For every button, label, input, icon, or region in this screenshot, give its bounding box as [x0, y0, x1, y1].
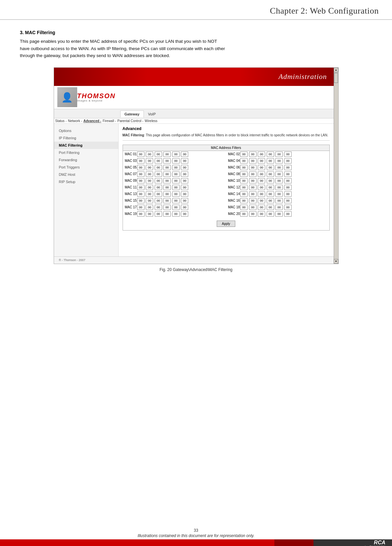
mac-octet-input[interactable]	[181, 211, 188, 217]
mac-octet-input[interactable]	[267, 198, 274, 203]
mac-octet-input[interactable]	[181, 185, 188, 190]
mac-octet-input[interactable]	[137, 205, 144, 210]
mac-octet-input[interactable]	[275, 158, 283, 164]
mac-octet-input[interactable]	[284, 171, 292, 177]
mac-octet-input[interactable]	[155, 211, 162, 217]
mac-octet-input[interactable]	[163, 205, 171, 210]
nav-tab-voip[interactable]: VoIP	[144, 110, 160, 117]
scroll-up-arrow[interactable]: ▲	[334, 68, 338, 72]
mac-octet-input[interactable]	[163, 152, 171, 157]
mac-octet-input[interactable]	[249, 152, 256, 157]
mac-octet-input[interactable]	[284, 198, 292, 203]
mac-octet-input[interactable]	[181, 171, 188, 177]
mac-octet-input[interactable]	[249, 211, 256, 217]
apply-button[interactable]: Apply	[217, 221, 235, 227]
mac-octet-input[interactable]	[137, 158, 144, 164]
mac-octet-input[interactable]	[267, 158, 274, 164]
mac-octet-input[interactable]	[267, 205, 274, 210]
mac-octet-input[interactable]	[240, 198, 248, 203]
mac-octet-input[interactable]	[275, 211, 283, 217]
mac-octet-input[interactable]	[267, 191, 274, 197]
nav-tab-gateway[interactable]: Gateway	[120, 110, 144, 117]
mac-octet-input[interactable]	[275, 205, 283, 210]
mac-octet-input[interactable]	[146, 185, 153, 190]
sub-nav-firewall[interactable]: Firewall -	[103, 119, 116, 123]
sub-nav-wireless[interactable]: Wireless	[145, 119, 157, 123]
mac-octet-input[interactable]	[137, 152, 144, 157]
mac-octet-input[interactable]	[181, 165, 188, 170]
sidebar-item-options[interactable]: Options	[54, 127, 118, 134]
mac-octet-input[interactable]	[249, 158, 256, 164]
mac-octet-input[interactable]	[258, 191, 265, 197]
mac-octet-input[interactable]	[258, 198, 265, 203]
mac-octet-input[interactable]	[146, 211, 153, 217]
mac-octet-input[interactable]	[181, 191, 188, 197]
mac-octet-input[interactable]	[137, 185, 144, 190]
mac-octet-input[interactable]	[275, 198, 283, 203]
mac-octet-input[interactable]	[172, 171, 180, 177]
mac-octet-input[interactable]	[181, 152, 188, 157]
mac-octet-input[interactable]	[181, 205, 188, 210]
mac-octet-input[interactable]	[275, 171, 283, 177]
mac-octet-input[interactable]	[146, 198, 153, 203]
mac-octet-input[interactable]	[155, 165, 162, 170]
mac-octet-input[interactable]	[146, 158, 153, 164]
mac-octet-input[interactable]	[137, 211, 144, 217]
mac-octet-input[interactable]	[137, 178, 144, 183]
mac-octet-input[interactable]	[267, 152, 274, 157]
mac-octet-input[interactable]	[258, 185, 265, 190]
mac-octet-input[interactable]	[155, 171, 162, 177]
mac-octet-input[interactable]	[258, 205, 265, 210]
mac-octet-input[interactable]	[249, 165, 256, 170]
mac-octet-input[interactable]	[137, 198, 144, 203]
mac-octet-input[interactable]	[155, 198, 162, 203]
mac-octet-input[interactable]	[172, 211, 180, 217]
mac-octet-input[interactable]	[146, 165, 153, 170]
mac-octet-input[interactable]	[137, 171, 144, 177]
mac-octet-input[interactable]	[249, 191, 256, 197]
mac-octet-input[interactable]	[284, 158, 292, 164]
scrollbar[interactable]: ▲ ▼	[334, 68, 338, 264]
sub-nav-advanced[interactable]: Advanced -	[84, 119, 101, 123]
mac-octet-input[interactable]	[249, 185, 256, 190]
mac-octet-input[interactable]	[275, 152, 283, 157]
mac-octet-input[interactable]	[137, 165, 144, 170]
mac-octet-input[interactable]	[240, 165, 248, 170]
mac-octet-input[interactable]	[267, 178, 274, 183]
mac-octet-input[interactable]	[284, 152, 292, 157]
mac-octet-input[interactable]	[275, 185, 283, 190]
mac-octet-input[interactable]	[258, 178, 265, 183]
mac-octet-input[interactable]	[240, 205, 248, 210]
mac-octet-input[interactable]	[240, 158, 248, 164]
sidebar-item-ip-filtering[interactable]: IP Filtering	[54, 134, 118, 142]
sidebar-item-port-triggers[interactable]: Port Triggers	[54, 164, 118, 171]
scroll-down-arrow[interactable]: ▼	[334, 259, 338, 264]
mac-octet-input[interactable]	[181, 178, 188, 183]
mac-octet-input[interactable]	[240, 178, 248, 183]
mac-octet-input[interactable]	[146, 171, 153, 177]
mac-octet-input[interactable]	[181, 158, 188, 164]
mac-octet-input[interactable]	[172, 191, 180, 197]
mac-octet-input[interactable]	[267, 165, 274, 170]
mac-octet-input[interactable]	[267, 185, 274, 190]
mac-octet-input[interactable]	[258, 158, 265, 164]
mac-octet-input[interactable]	[163, 178, 171, 183]
mac-octet-input[interactable]	[249, 171, 256, 177]
mac-octet-input[interactable]	[240, 211, 248, 217]
sub-nav-status[interactable]: Status -	[55, 119, 67, 123]
sub-nav-network[interactable]: Network -	[68, 119, 82, 123]
mac-octet-input[interactable]	[258, 171, 265, 177]
mac-octet-input[interactable]	[249, 178, 256, 183]
mac-octet-input[interactable]	[155, 152, 162, 157]
sidebar-item-dmz-host[interactable]: DMZ Host	[54, 171, 118, 178]
mac-octet-input[interactable]	[258, 152, 265, 157]
sidebar-item-port-filtering[interactable]: Port Filtering	[54, 149, 118, 156]
mac-octet-input[interactable]	[258, 165, 265, 170]
mac-octet-input[interactable]	[146, 152, 153, 157]
sub-nav-parental[interactable]: Parental Control -	[117, 119, 143, 123]
mac-octet-input[interactable]	[267, 171, 274, 177]
mac-octet-input[interactable]	[284, 191, 292, 197]
mac-octet-input[interactable]	[181, 198, 188, 203]
mac-octet-input[interactable]	[172, 205, 180, 210]
mac-octet-input[interactable]	[249, 198, 256, 203]
